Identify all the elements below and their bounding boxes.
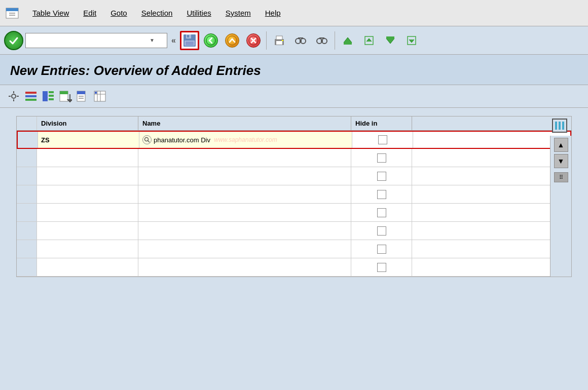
menu-system[interactable]: System — [224, 8, 253, 18]
svg-rect-54 — [555, 122, 557, 130]
data-table: Division Name Hide in ▲ — [16, 116, 572, 277]
double-back-button[interactable]: « — [169, 34, 178, 47]
row-6-division[interactable] — [37, 222, 138, 240]
scroll-down-button[interactable] — [381, 31, 400, 50]
column-chooser-button[interactable] — [552, 119, 567, 133]
svg-rect-56 — [562, 122, 564, 130]
detail-view-icon — [42, 90, 55, 102]
header-hidein: Hide in — [351, 116, 412, 130]
svg-rect-35 — [25, 92, 36, 94]
scroll-up-btn[interactable]: ▲ — [554, 138, 568, 152]
svg-rect-43 — [60, 91, 68, 94]
scrollbar: ▲ ▼ ⠿ — [550, 136, 571, 277]
configure-button[interactable] — [6, 89, 21, 103]
row-8-hidein[interactable] — [351, 258, 412, 276]
separator-2 — [335, 31, 335, 50]
row-1-checkbox[interactable] — [378, 135, 387, 144]
row-1-hidein[interactable] — [352, 132, 413, 148]
svg-rect-53 — [95, 92, 97, 94]
page-title-area: New Entries: Overview of Added Entries — [0, 55, 588, 85]
scroll-up-button[interactable] — [338, 31, 357, 50]
row-5-extra — [412, 204, 433, 221]
row-4-checkbox[interactable] — [377, 190, 386, 199]
row-2-hidein[interactable] — [351, 149, 412, 167]
row-1-division[interactable] — [38, 132, 139, 148]
row-3-checkbox[interactable] — [377, 172, 386, 181]
row-4-hidein[interactable] — [351, 185, 412, 203]
row-7-division[interactable] — [37, 240, 138, 258]
command-dropdown-arrow[interactable]: ▼ — [150, 37, 155, 43]
row-3-select — [17, 167, 37, 185]
svg-rect-7 — [187, 35, 189, 37]
table-row: phanatutor.com Div www.saphanatutor.com — [17, 131, 571, 149]
printer-icon — [273, 34, 286, 47]
main-content: New Entries: Overview of Added Entries — [0, 55, 588, 277]
row-8-name[interactable] — [138, 258, 351, 276]
separator-1 — [266, 31, 267, 50]
export-icon — [59, 90, 72, 102]
table-row — [17, 204, 571, 222]
row-8-division[interactable] — [37, 258, 138, 276]
svg-rect-38 — [43, 91, 48, 101]
menu-selection[interactable]: Selection — [139, 8, 175, 18]
svg-rect-20 — [300, 40, 302, 42]
up-icon — [225, 33, 239, 48]
export-button[interactable] — [58, 89, 73, 103]
row-6-select — [17, 222, 37, 240]
back-button[interactable] — [201, 31, 220, 50]
row-2-extra — [412, 149, 433, 167]
row-8-checkbox[interactable] — [377, 263, 386, 272]
row-2-checkbox[interactable] — [377, 153, 386, 163]
scroll-down-btn[interactable]: ▼ — [554, 154, 568, 168]
menu-edit[interactable]: Edit — [81, 8, 98, 18]
row-3-hidein[interactable] — [351, 167, 412, 185]
row-1-name[interactable]: phanatutor.com Div www.saphanatutor.com — [139, 132, 352, 148]
command-field[interactable]: ▼ — [25, 33, 167, 48]
row-6-name[interactable] — [138, 222, 351, 240]
row-7-checkbox[interactable] — [377, 245, 386, 254]
configure-icon — [7, 90, 20, 103]
search-icon[interactable] — [142, 135, 152, 144]
list-view-button[interactable] — [23, 89, 39, 103]
settings-button[interactable] — [92, 89, 107, 103]
save-button[interactable] — [180, 31, 199, 50]
row-4-name[interactable] — [138, 185, 351, 203]
detail-view-button[interactable] — [41, 89, 56, 103]
row-3-name[interactable] — [138, 167, 351, 185]
list-view-icon — [24, 90, 38, 102]
row-2-name[interactable] — [138, 149, 351, 167]
row-2-division[interactable] — [37, 149, 138, 167]
row-6-checkbox[interactable] — [377, 226, 386, 236]
menu-utilities[interactable]: Utilities — [185, 8, 213, 18]
menu-help[interactable]: Help — [263, 8, 283, 18]
row-6-hidein[interactable] — [351, 222, 412, 240]
print-button[interactable] — [270, 31, 289, 50]
binoculars-next-icon — [315, 34, 328, 47]
cancel-button[interactable] — [244, 31, 263, 50]
row-5-division[interactable] — [37, 204, 138, 221]
row-5-name[interactable] — [138, 204, 351, 221]
find-button[interactable] — [291, 31, 310, 50]
check-button[interactable] — [4, 31, 23, 50]
row-3-division[interactable] — [37, 167, 138, 185]
menu-goto[interactable]: Goto — [108, 8, 129, 18]
table-row — [17, 240, 571, 258]
row-4-division[interactable] — [37, 185, 138, 203]
page-up-button[interactable] — [359, 31, 379, 50]
row-5-checkbox[interactable] — [377, 208, 386, 217]
row-5-hidein[interactable] — [351, 204, 412, 221]
print-list-button[interactable] — [75, 89, 90, 103]
svg-point-30 — [12, 94, 16, 98]
division-input[interactable] — [41, 136, 136, 144]
row-7-extra — [412, 240, 433, 258]
find-next-button[interactable] — [312, 31, 332, 50]
page-down-button[interactable] — [402, 31, 421, 50]
up-button[interactable] — [223, 31, 242, 50]
svg-rect-41 — [49, 98, 54, 100]
row-7-hidein[interactable] — [351, 240, 412, 258]
scroll-handle[interactable]: ⠿ — [554, 172, 568, 182]
table-header: Division Name Hide in — [17, 116, 571, 131]
menu-table-view[interactable]: Table View — [30, 8, 71, 18]
command-input[interactable] — [28, 36, 150, 44]
row-7-name[interactable] — [138, 240, 351, 258]
